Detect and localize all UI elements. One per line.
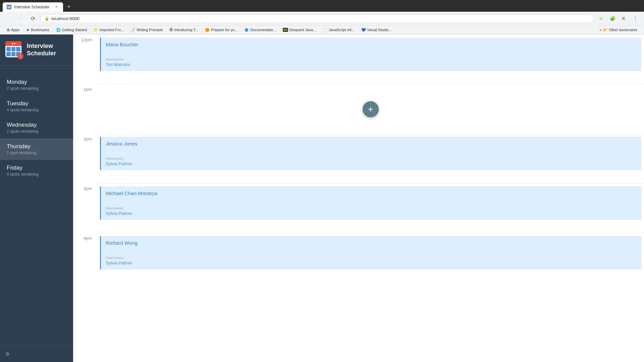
- appointment-card-maria[interactable]: Maria Boucher Interviewer Tori Malcolm: [100, 38, 641, 71]
- interviewer-label-maria: Interviewer: [106, 57, 637, 61]
- forward-button[interactable]: →: [16, 14, 25, 23]
- appointment-name-richard: Richard Wong: [106, 240, 637, 246]
- sidebar-item-thursday[interactable]: Thursday 1 spot remaining: [0, 138, 73, 160]
- time-line-4pm: Richard Wong Interviewer Sylvia Palmer: [97, 233, 644, 283]
- interviewer-name-jessica: Sylvia Palmer: [106, 161, 637, 166]
- sidebar-footer: ⚙: [0, 346, 73, 362]
- sidebar-item-wednesday[interactable]: Wednesday 2 spots remaining: [0, 117, 73, 138]
- appointment-name-maria: Maria Boucher: [106, 42, 637, 47]
- bookmark-js-ref[interactable]: 📄 JavaScript ref...: [320, 27, 357, 33]
- bookmark-other[interactable]: » 📂 Other bookmarks: [597, 27, 640, 33]
- bookmark-vscode[interactable]: 💙 Visual Studio...: [359, 27, 394, 33]
- time-line-2pm: Jessica Jones Interviewer Sylvia Palmer: [97, 134, 644, 183]
- active-tab[interactable]: 📅 Interview Scheduler ✕: [3, 2, 63, 12]
- time-slot-2pm: 2pm Jessica Jones Interviewer Sylvia Pal…: [73, 134, 644, 183]
- friday-spots: 4 spots remaining: [7, 172, 66, 177]
- address-bar[interactable]: 🔒 localhost:8000: [40, 14, 594, 23]
- profile-button[interactable]: K: [619, 14, 629, 23]
- appointment-name-michael: Michael Chan-Montoya: [106, 190, 637, 196]
- bookmark-documentation[interactable]: 🔷 Documentatio...: [241, 27, 279, 33]
- thursday-label: Thursday: [7, 143, 66, 150]
- settings-icon[interactable]: ⚙: [5, 351, 10, 357]
- monday-label: Monday: [7, 79, 66, 85]
- appointment-card-jessica[interactable]: Jessica Jones Interviewer Sylvia Palmer: [100, 137, 641, 170]
- schedule-timeline: 12pm Maria Boucher Interviewer Tori Malc…: [73, 35, 644, 283]
- wednesday-spots: 2 spots remaining: [7, 129, 66, 134]
- friday-label: Friday: [7, 165, 66, 171]
- interviewer-label-jessica: Interviewer: [106, 157, 637, 161]
- time-label-2pm: 2pm: [73, 134, 97, 141]
- app-container: ! Interview Scheduler Monday 2 spots rem…: [0, 35, 644, 362]
- url-text: localhost:8000: [51, 16, 589, 21]
- bookmark-star-button[interactable]: ☆: [596, 14, 606, 23]
- bookmarks-bar: ⊞ Apps ★ Bookmarks 🌐 Getting Started 📁 I…: [0, 25, 644, 35]
- tuesday-spots: 4 spots remaining: [7, 108, 66, 112]
- thursday-spots: 1 spot remaining: [7, 150, 66, 155]
- time-slot-12pm: 12pm Maria Boucher Interviewer Tori Malc…: [73, 35, 644, 84]
- time-line-1pm: +: [97, 84, 644, 134]
- bookmark-bookmarks[interactable]: ★ Bookmarks: [23, 27, 52, 33]
- interviewer-name-michael: Sylvia Palmer: [106, 211, 637, 216]
- bookmark-prepare[interactable]: 🟠 Prepare for yo...: [202, 27, 240, 33]
- appointment-name-jessica: Jessica Jones: [106, 141, 637, 146]
- sidebar-header: ! Interview Scheduler: [0, 35, 73, 66]
- extensions-button[interactable]: 🧩: [608, 14, 617, 23]
- bookmark-introducing[interactable]: Ⓐ Introducing T...: [167, 27, 201, 33]
- time-label-3pm: 3pm: [73, 183, 97, 191]
- app-title: Interview Scheduler: [27, 43, 56, 57]
- interviewer-label-richard: Interviewer: [106, 256, 637, 260]
- logo-badge: !: [17, 53, 23, 59]
- tab-close-btn[interactable]: ✕: [54, 4, 59, 10]
- interviewer-name-richard: Sylvia Palmer: [106, 260, 637, 265]
- time-label-12pm: 12pm: [73, 35, 97, 42]
- address-bar-row: ← → ⟳ 🔒 localhost:8000 ☆ 🧩 K ⋮: [0, 12, 644, 25]
- main-content: 12pm Maria Boucher Interviewer Tori Malc…: [73, 35, 644, 362]
- interviewer-label-michael: Interviewer: [106, 206, 637, 210]
- bookmark-writing-prompts[interactable]: 📝 Writing Prompts: [128, 27, 165, 33]
- time-line-12pm: Maria Boucher Interviewer Tori Malcolm: [97, 35, 644, 84]
- sidebar-divider: [5, 68, 68, 69]
- sidebar-item-monday[interactable]: Monday 2 spots remaining: [0, 74, 73, 96]
- sidebar-item-friday[interactable]: Friday 4 spots remaining: [0, 160, 73, 181]
- back-button[interactable]: ←: [4, 14, 13, 23]
- interviewer-name-maria: Tori Malcolm: [106, 62, 637, 67]
- browser-chrome: 📅 Interview Scheduler ✕ + ← → ⟳ 🔒 localh…: [0, 0, 644, 35]
- tuesday-label: Tuesday: [7, 100, 66, 107]
- menu-button[interactable]: ⋮: [631, 14, 640, 23]
- time-slot-1pm: 1pm +: [73, 84, 644, 134]
- time-slot-3pm: 3pm Michael Chan-Montoya Interviewer Syl…: [73, 183, 644, 233]
- time-label-4pm: 4pm: [73, 233, 97, 241]
- time-label-1pm: 1pm: [73, 84, 97, 92]
- tab-title: Interview Scheduler: [14, 5, 51, 9]
- security-icon: 🔒: [45, 16, 49, 21]
- bookmark-eloquent[interactable]: ES Eloquent Java...: [280, 27, 319, 33]
- sidebar: ! Interview Scheduler Monday 2 spots rem…: [0, 35, 73, 362]
- sidebar-item-tuesday[interactable]: Tuesday 4 spots remaining: [0, 96, 73, 117]
- new-tab-button[interactable]: +: [64, 2, 73, 12]
- bookmark-imported[interactable]: 📁 Imported Fro...: [91, 27, 126, 33]
- bookmark-getting-started[interactable]: 🌐 Getting Started: [53, 27, 90, 33]
- bookmark-apps[interactable]: ⊞ Apps: [4, 27, 22, 33]
- tab-bar: 📅 Interview Scheduler ✕ +: [0, 0, 644, 12]
- time-slot-4pm: 4pm Richard Wong Interviewer Sylvia Palm…: [73, 233, 644, 283]
- sidebar-nav: Monday 2 spots remaining Tuesday 4 spots…: [0, 71, 73, 346]
- wednesday-label: Wednesday: [7, 122, 66, 128]
- app-logo: !: [5, 41, 23, 59]
- plus-icon: +: [368, 104, 373, 115]
- appointment-card-richard[interactable]: Richard Wong Interviewer Sylvia Palmer: [100, 236, 641, 269]
- add-appointment-button[interactable]: +: [363, 101, 379, 117]
- time-line-3pm: Michael Chan-Montoya Interviewer Sylvia …: [97, 183, 644, 233]
- appointment-card-michael[interactable]: Michael Chan-Montoya Interviewer Sylvia …: [100, 186, 641, 220]
- reload-button[interactable]: ⟳: [28, 14, 38, 23]
- monday-spots: 2 spots remaining: [7, 86, 66, 91]
- tab-favicon: 📅: [7, 5, 11, 9]
- browser-actions: ☆ 🧩 K ⋮: [596, 14, 640, 23]
